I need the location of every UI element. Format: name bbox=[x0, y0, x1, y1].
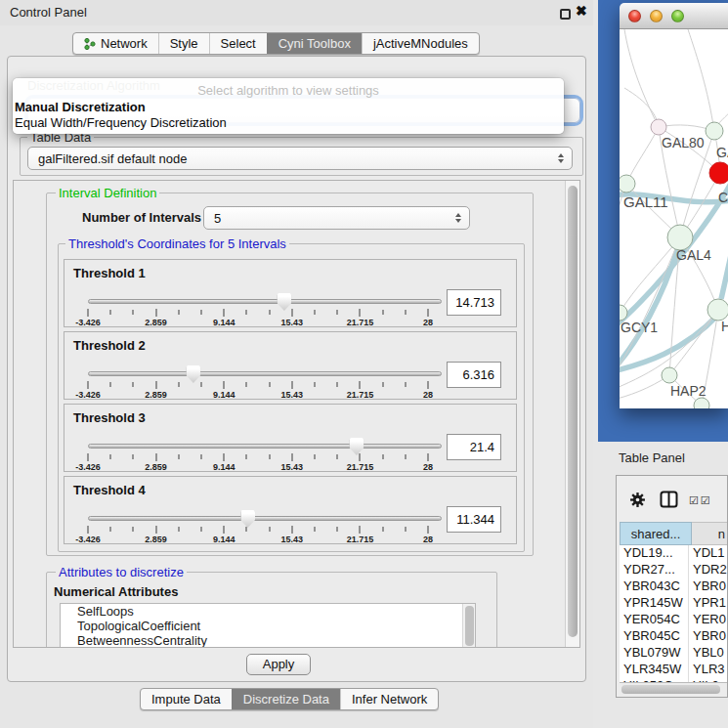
threshold-3-value-field[interactable]: 21.4 bbox=[447, 434, 501, 460]
table-row[interactable]: YPR145WYPR1 bbox=[620, 595, 727, 612]
threshold-4-value-field[interactable]: 11.344 bbox=[447, 506, 501, 533]
split-columns-icon[interactable] bbox=[660, 491, 678, 508]
cell-name[interactable]: YBR0 bbox=[689, 628, 727, 645]
cell-shared-name[interactable]: YER054C bbox=[620, 612, 689, 628]
table-row[interactable]: YLR345WYLR3 bbox=[620, 662, 727, 678]
close-icon[interactable]: ✖ bbox=[576, 3, 587, 19]
tick-mark bbox=[428, 381, 429, 389]
node-label: GCY1 bbox=[621, 320, 658, 335]
table-row[interactable]: YER054CYER0 bbox=[620, 612, 727, 628]
attribute-item[interactable]: BetweennessCentrality bbox=[61, 633, 475, 648]
threshold-1-slider-thumb[interactable] bbox=[277, 293, 291, 311]
tick-mark bbox=[178, 527, 179, 532]
tab-style[interactable]: Style bbox=[158, 33, 209, 54]
tick-mark bbox=[246, 310, 247, 315]
threshold-3-slider-track[interactable] bbox=[88, 444, 442, 449]
threshold-3-slider-thumb[interactable] bbox=[349, 438, 364, 455]
gear-icon[interactable] bbox=[629, 492, 646, 508]
table-data-combobox[interactable]: galFiltered.sif default node bbox=[27, 147, 573, 170]
cell-name[interactable]: YLR3 bbox=[689, 662, 727, 678]
tick-label: 2.859 bbox=[145, 535, 167, 544]
threshold-2-slider-thumb[interactable] bbox=[186, 365, 200, 383]
node-hap2[interactable] bbox=[662, 367, 677, 383]
table-row[interactable]: YBL079WYBL0 bbox=[620, 645, 727, 662]
network-canvas[interactable]: GAL80 GA C GAL11 GAL4 GCY1 H HAP2 bbox=[620, 29, 728, 408]
select-columns-checkboxes-icon[interactable]: ☑☑ bbox=[689, 494, 712, 507]
scrollbar-thumb[interactable] bbox=[465, 606, 474, 646]
dropdown-option-manual-discretization[interactable]: Manual Discretization bbox=[15, 100, 146, 114]
cell-shared-name[interactable]: YPR145W bbox=[620, 595, 689, 612]
cell-name[interactable]: YBR0 bbox=[689, 578, 727, 595]
zoom-traffic-light-icon[interactable] bbox=[671, 10, 684, 22]
attributes-group-title: Attributes to discretize bbox=[56, 565, 187, 579]
cell-shared-name[interactable]: YBR045C bbox=[620, 628, 689, 645]
tab-impute-data[interactable]: Impute Data bbox=[141, 689, 232, 709]
node-gal80[interactable] bbox=[651, 119, 666, 135]
tab-cyni-toolbox[interactable]: Cyni Toolbox bbox=[267, 33, 362, 54]
float-window-icon[interactable] bbox=[560, 9, 571, 20]
number-of-intervals-combobox[interactable]: 5 bbox=[203, 206, 470, 230]
minimize-traffic-light-icon[interactable] bbox=[650, 10, 663, 22]
tab-select[interactable]: Select bbox=[209, 33, 267, 54]
scrollbar-thumb[interactable] bbox=[568, 186, 578, 637]
table-row[interactable]: YDL19...YDL1 bbox=[620, 545, 727, 562]
tick-mark bbox=[88, 309, 89, 317]
cell-shared-name[interactable]: YDR27... bbox=[620, 562, 689, 578]
tick-mark bbox=[337, 527, 338, 532]
threshold-2-slider-track[interactable] bbox=[88, 371, 442, 376]
dropdown-option-equal-width[interactable]: Equal Width/Frequency Discretization bbox=[15, 115, 227, 130]
tab-discretize-data[interactable]: Discretize Data bbox=[232, 689, 340, 709]
threshold-4-slider-track[interactable] bbox=[88, 516, 442, 521]
cell-shared-name[interactable]: YBR043C bbox=[620, 578, 689, 595]
cell-shared-name[interactable]: YDL19... bbox=[620, 545, 689, 562]
column-header-name[interactable]: n bbox=[692, 522, 727, 545]
node-partial[interactable] bbox=[694, 398, 709, 408]
table-toolbar: ☑☑ bbox=[617, 476, 727, 521]
table-horizontal-scrollbar[interactable] bbox=[620, 682, 727, 696]
attribute-item[interactable]: TopologicalCoefficient bbox=[61, 619, 475, 633]
tick-mark bbox=[315, 382, 316, 387]
column-header-shared-name[interactable]: shared... bbox=[620, 522, 692, 545]
dropdown-prompt-item[interactable]: Select algorithm to view settings bbox=[13, 83, 564, 98]
table-row[interactable]: YDR27...YDR2 bbox=[620, 562, 727, 578]
threshold-1-panel: Threshold 1 -3.4262.8599.14415.4321.7152… bbox=[64, 259, 517, 327]
settings-scrollbar[interactable] bbox=[565, 181, 579, 647]
network-graph: GAL80 GA C GAL11 GAL4 GCY1 H HAP2 bbox=[620, 29, 728, 408]
threshold-1-value-field[interactable]: 14.713 bbox=[447, 289, 501, 316]
tick-label: -3.426 bbox=[75, 318, 101, 327]
threshold-2-value-field[interactable]: 6.316 bbox=[447, 362, 501, 388]
cell-name[interactable]: YDL1 bbox=[689, 545, 727, 562]
tick-label: 28 bbox=[423, 390, 433, 400]
node-red-selected[interactable] bbox=[709, 162, 728, 184]
node-h[interactable] bbox=[707, 299, 728, 321]
scrollbar-thumb[interactable] bbox=[621, 685, 720, 694]
thresholds-group-title: Threshold's Coordinates for 5 Intervals bbox=[65, 236, 289, 251]
table-row[interactable]: YBR045CYBR0 bbox=[620, 628, 727, 645]
attributes-list-scrollbar[interactable] bbox=[462, 604, 475, 648]
cell-name[interactable]: YPR1 bbox=[689, 595, 727, 612]
close-traffic-light-icon[interactable] bbox=[628, 10, 641, 22]
attribute-item[interactable]: SelfLoops bbox=[61, 604, 475, 619]
tick-mark bbox=[178, 454, 179, 459]
tick-mark bbox=[337, 310, 338, 315]
cell-shared-name[interactable]: YBL079W bbox=[620, 645, 689, 662]
tab-network[interactable]: Network bbox=[73, 33, 158, 54]
tick-label: 15.43 bbox=[281, 535, 304, 544]
node-label: C bbox=[718, 190, 728, 205]
cell-name[interactable]: YER0 bbox=[689, 612, 727, 628]
settings-scroll-pane: Interval Definition Number of Intervals … bbox=[13, 180, 580, 648]
table-row[interactable]: YBR043CYBR0 bbox=[620, 578, 727, 595]
tab-infer-network[interactable]: Infer Network bbox=[340, 689, 438, 709]
cell-name[interactable]: YBL0 bbox=[689, 645, 727, 662]
tick-mark bbox=[178, 382, 179, 387]
tab-jactivemnodules[interactable]: jActiveMNodules bbox=[362, 33, 479, 54]
node-gal11[interactable] bbox=[620, 175, 635, 193]
cell-name[interactable]: YDR2 bbox=[689, 562, 727, 578]
threshold-1-slider-track[interactable] bbox=[88, 299, 442, 304]
threshold-4-slider-thumb[interactable] bbox=[240, 510, 255, 528]
cell-shared-name[interactable]: YLR345W bbox=[620, 662, 689, 678]
apply-button[interactable]: Apply bbox=[246, 654, 311, 675]
tick-mark bbox=[201, 454, 202, 459]
node-ga[interactable] bbox=[706, 122, 723, 140]
combo-spinner-icon bbox=[452, 213, 464, 223]
